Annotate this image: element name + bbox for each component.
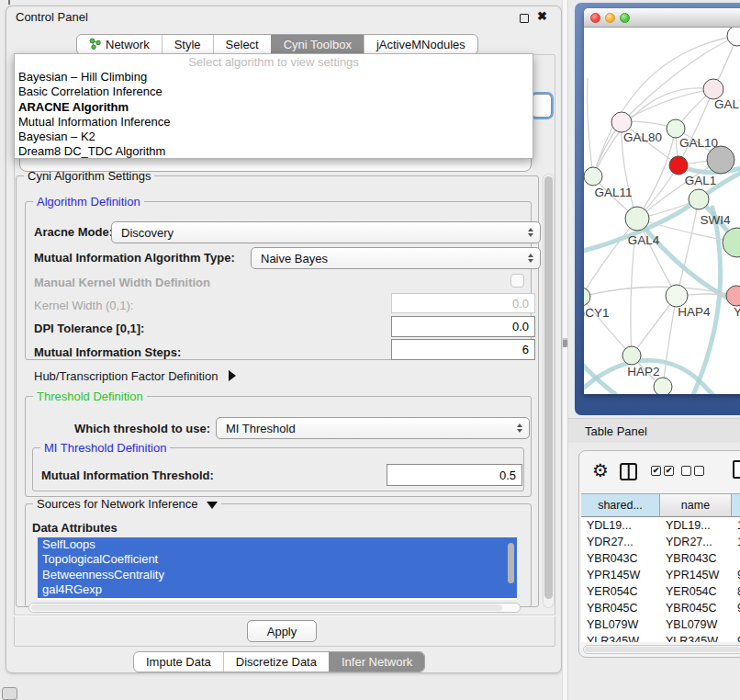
attribute-item-topologicalcoefficient[interactable]: TopologicalCoefficient [38,552,517,567]
settings-scrollbar[interactable] [543,174,555,608]
list-scrollbar-thumb[interactable] [508,543,514,583]
sources-legend[interactable]: Sources for Network Inference [33,497,221,511]
tab-select[interactable]: Select [213,35,271,54]
hub-definition-toggle[interactable]: Hub/Transcription Factor Definition [34,369,236,383]
tab-label: Style [174,38,201,51]
network-node[interactable] [726,286,740,306]
close-traffic-light-icon[interactable] [590,13,600,23]
columns-icon[interactable] [620,463,637,480]
tab-jactivemnodules[interactable]: jActiveMNodules [364,35,477,54]
table-hscrollbar-thumb[interactable] [585,647,740,652]
table-row[interactable]: YDL19...YDL19...13 [581,517,740,534]
apply-button[interactable]: Apply [247,620,317,642]
float-window-icon[interactable] [520,14,529,23]
network-window-titlebar[interactable] [584,8,740,28]
network-edge-thick[interactable] [692,208,721,394]
network-edge[interactable] [588,78,593,176]
dropdown-item-list: Bayesian – Hill ClimbingBasic Correlatio… [15,70,533,159]
table-cell: YBR043C [660,550,732,567]
network-node[interactable] [584,288,590,306]
mi-threshold-label: Mutual Information Threshold: [41,469,214,482]
tab-network[interactable]: Network [77,35,162,54]
tab-cyni-toolbox[interactable]: Cyni Toolbox [271,35,364,54]
network-edge[interactable] [663,296,677,387]
mi-steps-input[interactable]: 6 [391,339,535,360]
network-node[interactable] [667,119,685,138]
network-node[interactable] [611,112,632,132]
column-header-shared[interactable]: shared... [581,493,660,517]
network-canvas[interactable]: GAL7GAL80GAL10GAL1GAL11SWI4GAL4GCY1HAP4Y… [584,28,740,394]
bottom-tab-discretize-data[interactable]: Discretize Data [223,652,329,672]
table-cell: YDR27... [581,534,660,550]
node-label-gal7: GAL7 [714,97,740,111]
algorithm-option-dream8-dc-tdc-algorithm[interactable]: Dream8 DC_TDC Algorithm [15,144,533,159]
close-window-icon[interactable]: ✖ [537,9,547,23]
node-attribute-table[interactable]: shared...nameYDL19...YDL19...13YDR27...Y… [581,493,740,642]
minimize-traffic-light-icon[interactable] [605,13,615,23]
manual-kernel-width-checkbox[interactable] [510,274,524,288]
mi-steps-label: Mutual Information Steps: [34,345,181,359]
column-header-hidden[interactable] [732,493,740,517]
table-row[interactable]: YER054CYER054C8. [581,583,740,600]
tab-style[interactable]: Style [162,35,213,54]
bottom-tab-infer-network[interactable]: Infer Network [329,652,424,672]
splitter-handle-icon[interactable] [563,338,567,347]
algorithm-option-basic-correlation-inference[interactable]: Basic Correlation Inference [15,85,533,99]
attribute-item-gal4rgexp[interactable]: gal4RGexp [38,582,517,597]
unchecked-pair-icon[interactable] [681,466,704,476]
settings-scrollbar-thumb[interactable] [544,176,553,599]
minimized-panel-icon[interactable] [2,687,17,700]
network-node[interactable] [727,28,740,46]
which-threshold-combobox[interactable]: MI Threshold [216,417,530,439]
bottom-tab-label: Discretize Data [236,655,317,669]
network-node[interactable] [723,228,740,257]
network-node[interactable] [622,346,641,365]
stepper-arrows-icon [517,423,522,433]
table-cell: YBL079W [581,616,660,633]
network-node[interactable] [707,146,734,174]
algorithm-option-bayesian-hill-climbing[interactable]: Bayesian – Hill Climbing [15,70,533,85]
network-node[interactable] [625,207,649,231]
table-row[interactable]: YBR043CYBR043C [581,550,740,567]
table-cell: YBR045C [581,600,660,616]
algorithm-option-mutual-information-inference[interactable]: Mutual Information Inference [15,115,533,130]
checked-pair-icon[interactable]: ✔✔ [651,466,674,476]
aracne-mode-combobox[interactable]: Discovery [111,221,541,243]
column-header-name[interactable]: name [660,493,732,517]
dropdown-placeholder: Select algorithm to view settings [15,54,533,70]
dpi-tolerance-input[interactable]: 0.0 [391,316,535,337]
table-row[interactable]: YBL079WYBL079W [581,616,740,633]
table-cell: 9. [732,633,740,642]
table-horizontal-scrollbar[interactable] [583,645,740,654]
algorithm-option-aracne-algorithm[interactable]: ARACNE Algorithm [15,100,533,115]
data-attributes-list[interactable]: SelfLoopsTopologicalCoefficientBetweenne… [38,537,517,600]
table-row[interactable]: YDR27...YDR27...12 [581,534,740,550]
attribute-item-selfloops[interactable]: SelfLoops [38,537,517,552]
aracne-mode-value: Discovery [121,226,174,240]
gear-icon[interactable]: ⚙ [592,459,609,481]
network-node[interactable] [666,285,688,307]
table-cell: YBR043C [581,550,660,567]
network-edge[interactable] [584,219,637,297]
table-row[interactable]: YPR145WYPR145W9. [581,567,740,583]
table-row[interactable]: YLR345WYLR345W9. [581,633,740,642]
document-icon[interactable] [733,460,740,479]
kernel-width-input[interactable]: 0.0 [391,293,535,313]
network-node[interactable] [669,156,688,175]
horizontal-scrollbar-thumb[interactable] [31,604,502,611]
bottom-tab-impute-data[interactable]: Impute Data [134,652,223,672]
network-node[interactable] [703,79,723,99]
mi-algorithm-type-combobox[interactable]: Naive Bayes [251,247,541,269]
table-row[interactable]: YBR045CYBR045C9. [581,600,740,616]
algorithm-option-bayesian-k2[interactable]: Bayesian – K2 [15,130,533,144]
network-node[interactable] [584,167,602,186]
which-threshold-label: Which threshold to use: [74,422,210,435]
mi-threshold-input[interactable]: 0.5 [387,464,522,486]
table-toolbar: ⚙ ✔✔ [579,462,740,486]
horizontal-scrollbar[interactable] [28,603,521,613]
attribute-item-betweennesscentrality[interactable]: BetweennessCentrality [38,568,517,582]
network-node[interactable] [654,378,672,394]
zoom-traffic-light-icon[interactable] [620,13,630,23]
panel-splitter[interactable] [562,0,568,700]
network-node[interactable] [689,189,709,209]
